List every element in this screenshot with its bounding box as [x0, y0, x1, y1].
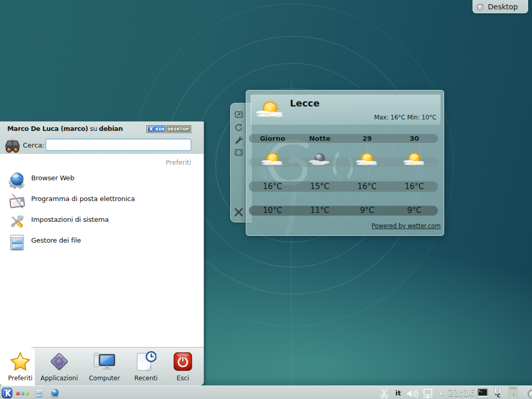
system-settings-icon: [9, 214, 25, 230]
favorite-item-label: Programma di posta elettronica: [31, 195, 135, 203]
digital-clock[interactable]: 21:16: [448, 388, 475, 398]
tab-computer[interactable]: Computer: [78, 348, 131, 386]
weather-sun-cloud-icon: [261, 151, 284, 168]
widget-close-icon[interactable]: [234, 207, 244, 217]
desktop-toolbox-label: Desktop: [488, 3, 518, 11]
recent-documents-icon: [136, 351, 156, 372]
panel-applet-strip[interactable]: [509, 386, 517, 398]
mail-client-icon: [9, 193, 25, 209]
tab-label: Applicazioni: [41, 375, 78, 382]
favorite-item-mail[interactable]: Programma di posta elettronica: [0, 191, 204, 211]
applications-icon: [49, 351, 70, 372]
tab-esci[interactable]: Esci: [161, 348, 205, 386]
tab-preferiti[interactable]: Preferiti: [0, 348, 41, 386]
web-browser-icon: [9, 172, 25, 189]
kickoff-host-name: debian: [99, 125, 123, 132]
weather-temp: 16°C: [391, 181, 438, 192]
pager-dot-red[interactable]: [16, 392, 20, 395]
favorite-item-label: Browser Web: [31, 174, 74, 182]
weather-col-label: Notte: [296, 134, 343, 143]
weather-widget: Lecce Max: 16°C Min: 10°C Giorno Notte 2…: [246, 90, 444, 236]
web-browser-launcher-icon[interactable]: [50, 389, 60, 398]
strip-text-mark: [511, 388, 516, 389]
keyboard-layout-indicator[interactable]: it: [395, 389, 401, 397]
computer-icon: [92, 351, 116, 372]
tab-label: Computer: [89, 375, 120, 382]
network-icon[interactable]: [421, 388, 434, 399]
kickoff-menu: Marco De Luca (marco) su debian KDE DESK…: [0, 121, 204, 385]
pager-dot-blue[interactable]: [21, 392, 24, 395]
weather-col-label: Giorno: [249, 134, 296, 143]
kickoff-tabbar: Preferiti Applicazioni Computer Recenti …: [0, 347, 204, 385]
weather-city: Lecce: [290, 98, 320, 109]
tray-expand-arrow-icon[interactable]: [438, 391, 444, 395]
favorite-item-browser[interactable]: Browser Web: [0, 170, 204, 191]
search-label: Cerca:: [23, 141, 45, 149]
weather-sun-cloud-icon: [355, 151, 379, 168]
kickoff-user-name: Marco De Luca (marco): [7, 125, 88, 132]
kickoff-user-connector: su: [90, 125, 97, 132]
favorite-item-filemanager[interactable]: Gestore dei file: [0, 232, 204, 253]
weather-temp: 9°C: [391, 206, 438, 216]
tab-label: Esci: [177, 375, 189, 382]
kde-badge-text: KDE: [154, 126, 166, 132]
weather-temp: 11°C: [296, 206, 343, 216]
widget-maximize-icon[interactable]: [234, 148, 243, 157]
tab-label: Preferiti: [8, 375, 33, 382]
favorite-item-label: Gestore dei file: [31, 236, 81, 244]
widget-settings-icon[interactable]: [234, 136, 243, 144]
bottom-panel: it 21:16 °C: [0, 385, 532, 399]
weather-current-icon: [256, 99, 285, 121]
weather-temp: 10°C: [249, 206, 296, 216]
weather-header: Lecce Max: 16°C Min: 10°C: [250, 95, 441, 125]
weather-col-label: 29: [343, 134, 391, 143]
klipper-scissors-icon[interactable]: [379, 388, 389, 398]
file-manager-launcher-icon[interactable]: [35, 389, 44, 398]
tab-applicazioni[interactable]: Applicazioni: [41, 348, 78, 386]
leave-power-icon: [173, 352, 193, 371]
favorites-star-icon: [10, 351, 31, 372]
weather-temp: 9°C: [343, 206, 391, 216]
weather-tray-unit: °C: [495, 393, 500, 398]
desktop-toolbox[interactable]: Desktop: [472, 0, 528, 14]
weather-day-row: Giorno Notte 29 30: [249, 134, 438, 143]
plasma-cashew-icon: [476, 3, 484, 11]
weather-moon-cloud-icon: [308, 151, 331, 168]
kde-desktop-badge: KDE DESKTOP: [147, 125, 191, 133]
tab-recenti[interactable]: Recenti: [131, 348, 161, 386]
weather-col-label: 30: [391, 134, 438, 143]
favorite-item-label: Impostazioni di sistema: [31, 216, 109, 223]
search-input[interactable]: [46, 139, 191, 151]
favorite-item-systemsettings[interactable]: Impostazioni di sistema: [0, 211, 204, 232]
weather-low-row: 10°C 11°C 9°C 9°C: [249, 206, 438, 216]
weather-temp: 16°C: [249, 181, 296, 192]
pager-dot-green[interactable]: [25, 392, 29, 395]
file-manager-icon: [9, 234, 25, 251]
kmenu-button[interactable]: [2, 388, 12, 398]
strip-dots-mark: [513, 394, 514, 396]
weather-icon-row: [249, 151, 438, 168]
widget-rotate-icon[interactable]: [234, 123, 243, 132]
favorites-section-header: Preferiti: [166, 158, 191, 166]
weather-temp: 16°C: [343, 181, 391, 192]
desktop-badge-text: DESKTOP: [166, 126, 190, 132]
kde-logo-icon: [148, 126, 154, 132]
widget-resize-icon[interactable]: [234, 110, 243, 119]
weather-tray-icon[interactable]: [494, 388, 501, 393]
weather-sun-cloud-icon: [403, 151, 426, 168]
kickoff-header: Marco De Luca (marco) su debian KDE DESK…: [0, 122, 204, 154]
weather-high-row: 16°C 15°C 16°C 16°C: [249, 181, 438, 192]
weather-temp: 15°C: [296, 181, 343, 192]
search-binoculars-icon: [4, 137, 21, 153]
panel-cashew-icon[interactable]: [522, 385, 532, 399]
kickoff-favorites-view: Preferiti Browser Web Programma di posta…: [0, 154, 204, 347]
tab-label: Recenti: [135, 375, 158, 382]
volume-icon[interactable]: [406, 389, 419, 398]
weather-credit-link[interactable]: Powered by wetter.com: [371, 222, 441, 230]
terminal-icon[interactable]: [477, 388, 488, 398]
weather-maxmin: Max: 16°C Min: 10°C: [374, 114, 436, 121]
kickoff-user-title: Marco De Luca (marco) su debian: [7, 125, 123, 132]
